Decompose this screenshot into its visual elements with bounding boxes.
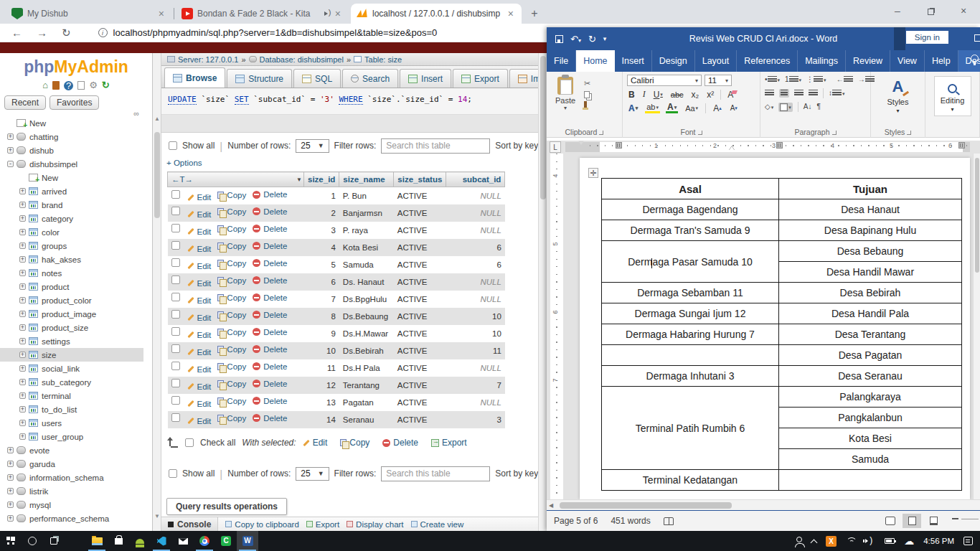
vscode-taskbar-icon[interactable] xyxy=(151,531,172,551)
tree-expander-icon[interactable]: + xyxy=(19,433,26,440)
wifi-icon[interactable] xyxy=(846,537,856,545)
format-painter-icon[interactable] xyxy=(584,101,587,108)
row-delete-link[interactable]: Delete xyxy=(253,397,287,405)
store-taskbar-icon[interactable] xyxy=(108,531,129,551)
tree-expander-icon[interactable]: - xyxy=(7,161,14,167)
sidebar-scrollbar[interactable]: ▲ ▼ xyxy=(153,53,161,531)
forward-icon[interactable]: → xyxy=(37,27,47,39)
vertical-ruler[interactable]: 4567 xyxy=(550,154,563,499)
doc-table-cell[interactable]: Terminal Patih Rumbih 6 xyxy=(602,387,779,470)
check-all-label[interactable]: Check all xyxy=(200,438,235,448)
taskview-taskbar-icon[interactable] xyxy=(43,531,65,551)
row-copy-link[interactable]: Copy xyxy=(217,276,246,285)
explorer-taskbar-icon[interactable] xyxy=(86,531,108,551)
row-delete-link[interactable]: Delete xyxy=(253,276,287,285)
underline-button[interactable]: U▾ xyxy=(652,90,664,100)
scroll-down-icon[interactable]: ▼ xyxy=(153,512,161,521)
tree-expander-icon[interactable]: + xyxy=(19,202,26,208)
sort-dropdown-icon[interactable]: ▼ xyxy=(296,176,302,183)
tree-item-hak_akses[interactable]: +hak_akses xyxy=(0,253,143,266)
cortana-taskbar-icon[interactable] xyxy=(22,531,43,551)
show-all-label[interactable]: Show all xyxy=(182,468,215,479)
tree-item-groups[interactable]: +groups xyxy=(0,239,143,253)
doc-table-cell[interactable]: Dermaga Pasar Samuda 10 xyxy=(602,241,779,283)
window-restore-icon[interactable] xyxy=(914,0,947,24)
tree-expander-icon[interactable]: + xyxy=(19,406,26,413)
row-edit-link[interactable]: Edit xyxy=(187,331,212,339)
numbering-button[interactable]: 1▾ xyxy=(785,76,801,83)
tree-item-chatting[interactable]: +chatting xyxy=(0,130,143,143)
doc-table-cell[interactable]: Terminal Kedatangan xyxy=(602,470,779,491)
page-indicator[interactable]: Page 5 of 6 xyxy=(554,516,598,526)
dialog-launcher-icon[interactable] xyxy=(599,131,603,135)
subscript-button[interactable]: x₂ xyxy=(690,90,701,100)
row-delete-link[interactable]: Delete xyxy=(253,242,287,250)
tree-item-category[interactable]: +category xyxy=(0,212,143,225)
ribbon-tab-insert[interactable]: Insert xyxy=(615,50,652,72)
row-edit-link[interactable]: Edit xyxy=(187,245,212,253)
font-color-button[interactable]: A▾ xyxy=(666,103,678,113)
horizontal-ruler[interactable]: L 123456 xyxy=(547,141,980,154)
tree-expander-icon[interactable]: + xyxy=(19,256,26,263)
tree-item-sub_category[interactable]: +sub_category xyxy=(0,375,143,389)
tree-expander-icon[interactable]: + xyxy=(19,270,26,276)
font-name-select[interactable]: Calibri▾ xyxy=(627,75,702,86)
customize-qat-icon[interactable]: ▾ xyxy=(603,35,607,42)
tree-expander-icon[interactable]: + xyxy=(19,365,26,372)
edge-taskbar-icon[interactable] xyxy=(65,531,86,551)
clear-formatting-icon[interactable]: A xyxy=(726,90,735,100)
row-copy-link[interactable]: Copy xyxy=(217,397,246,405)
indent-marker-icon[interactable] xyxy=(578,141,584,145)
row-copy-link[interactable]: Copy xyxy=(217,225,246,233)
table-column-marker-icon[interactable] xyxy=(776,142,783,149)
row-delete-link[interactable]: Delete xyxy=(253,225,287,233)
row-copy-link[interactable]: Copy xyxy=(217,345,246,354)
breadcrumb-server[interactable]: Server: 127.0.0.1 xyxy=(178,55,238,64)
tree-expander-icon[interactable]: + xyxy=(19,392,26,399)
doc-table-cell[interactable]: Palangkaraya xyxy=(779,387,962,408)
editing-button[interactable]: Editing ▾ xyxy=(934,76,971,116)
settings-gear-icon[interactable]: ⚙ xyxy=(89,80,98,90)
ribbon-tab-view[interactable]: View xyxy=(890,50,925,72)
row-delete-link[interactable]: Delete xyxy=(253,293,287,302)
copy-icon[interactable] xyxy=(584,91,590,98)
doc-table-cell[interactable]: Desa Handil Mawar xyxy=(779,262,962,283)
borders-button[interactable]: ▾ xyxy=(778,103,793,112)
row-delete-link[interactable]: Delete xyxy=(253,414,287,423)
save-icon[interactable] xyxy=(555,35,563,43)
home-icon[interactable]: ⌂ xyxy=(42,80,48,90)
tree-expander-icon[interactable]: + xyxy=(19,338,26,344)
row-edit-link[interactable]: Edit xyxy=(187,296,212,305)
font-size-select[interactable]: 11▾ xyxy=(705,75,732,86)
column-drag-header[interactable]: ←T→▼ xyxy=(168,172,304,187)
word-count[interactable]: 451 words xyxy=(611,516,650,526)
doc-table-cell[interactable]: Samuda xyxy=(779,449,962,470)
ribbon-tab-home[interactable]: Home xyxy=(576,50,614,72)
browser-tab-my-dishub[interactable]: My Dishub × xyxy=(6,4,172,24)
line-spacing-button[interactable]: ↕▾ xyxy=(829,90,845,97)
row-edit-link[interactable]: Edit xyxy=(187,262,212,270)
selected-delete-link[interactable]: Delete xyxy=(382,438,418,448)
change-case-button[interactable]: Aa▾ xyxy=(684,104,699,113)
row-edit-link[interactable]: Edit xyxy=(187,193,212,202)
show-all-checkbox[interactable] xyxy=(169,141,177,150)
row-delete-link[interactable]: Delete xyxy=(253,207,287,216)
row-edit-link[interactable]: Edit xyxy=(187,417,212,425)
doc-table-cell[interactable] xyxy=(602,345,779,366)
xampp-tray-icon[interactable]: X xyxy=(826,536,837,547)
grow-font-button[interactable]: A xyxy=(712,103,723,113)
zoom-out-icon[interactable] xyxy=(952,518,958,519)
tree-item-information_schema[interactable]: +information_schema xyxy=(0,471,143,484)
row-copy-link[interactable]: Copy xyxy=(217,414,246,423)
docs-icon[interactable] xyxy=(77,81,85,90)
document-page[interactable]: ✛ AsalTujuanDermaga BagendangDesa Hanaut… xyxy=(580,158,970,499)
tree-expander-icon[interactable]: + xyxy=(7,447,14,453)
dialog-launcher-icon[interactable] xyxy=(907,131,911,135)
row-checkbox[interactable] xyxy=(171,293,180,301)
row-checkbox[interactable] xyxy=(171,396,180,405)
doc-table-cell[interactable]: Desa Terantang xyxy=(779,324,962,345)
scrollbar-thumb[interactable] xyxy=(154,132,160,218)
selected-copy-link[interactable]: Copy xyxy=(340,438,369,448)
tree-item-brand[interactable]: +brand xyxy=(0,198,143,212)
recent-button[interactable]: Recent xyxy=(4,95,46,110)
